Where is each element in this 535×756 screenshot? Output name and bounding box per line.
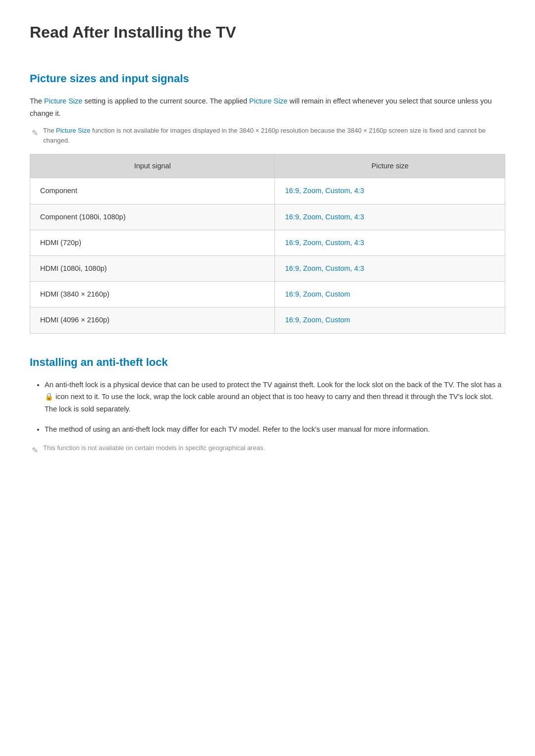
antitheft-bullet-list: An anti-theft lock is a physical device … — [30, 379, 505, 436]
table-cell-signal: HDMI (1080i, 1080p) — [30, 256, 275, 282]
table-cell-signal: HDMI (4096 × 2160p) — [30, 307, 275, 333]
page-title: Read After Installing the TV — [30, 20, 505, 50]
table-cell-size: 16:9, Zoom, Custom, 4:3 — [275, 204, 505, 230]
table-header-signal: Input signal — [30, 154, 275, 178]
table-cell-size: 16:9, Zoom, Custom — [275, 307, 505, 333]
picture-section-title: Picture sizes and input signals — [30, 70, 505, 87]
table-cell-signal: Component — [30, 178, 275, 204]
table-cell-signal: Component (1080i, 1080p) — [30, 204, 275, 230]
antitheft-note-text: This function is not available on certai… — [43, 443, 265, 454]
table-cell-size: 16:9, Zoom, Custom, 4:3 — [275, 178, 505, 204]
picture-section: Picture sizes and input signals The Pict… — [30, 70, 505, 333]
antitheft-note: ✎ This function is not available on cert… — [30, 443, 505, 457]
table-header-row: Input signal Picture size — [30, 154, 505, 178]
list-item: An anti-theft lock is a physical device … — [45, 379, 505, 415]
table-row: Component16:9, Zoom, Custom, 4:3 — [30, 178, 505, 204]
list-item: The method of using an anti-theft lock m… — [45, 423, 505, 436]
note-icon-1: ✎ — [32, 127, 38, 140]
picture-size-link-2: Picture Size — [249, 97, 287, 105]
note-icon-2: ✎ — [32, 444, 38, 457]
table-cell-signal: HDMI (720p) — [30, 230, 275, 255]
input-signal-table: Input signal Picture size Component16:9,… — [30, 154, 505, 333]
table-row: HDMI (720p)16:9, Zoom, Custom, 4:3 — [30, 230, 505, 255]
table-cell-size: 16:9, Zoom, Custom — [275, 282, 505, 307]
table-header-size: Picture size — [275, 154, 505, 178]
picture-size-link-1: Picture Size — [44, 97, 82, 105]
picture-size-link-note: Picture Size — [56, 127, 90, 134]
table-cell-size: 16:9, Zoom, Custom, 4:3 — [275, 256, 505, 282]
note-part2: function is not available for images dis… — [43, 127, 485, 145]
antitheft-section: Installing an anti-theft lock An anti-th… — [30, 353, 505, 457]
table-row: Component (1080i, 1080p)16:9, Zoom, Cust… — [30, 204, 505, 230]
picture-note: ✎ The Picture Size function is not avail… — [30, 126, 505, 147]
table-cell-size: 16:9, Zoom, Custom, 4:3 — [275, 230, 505, 255]
intro-part2: setting is applied to the current source… — [84, 97, 249, 105]
table-row: HDMI (1080i, 1080p)16:9, Zoom, Custom, 4… — [30, 256, 505, 282]
picture-intro-text: The Picture Size setting is applied to t… — [30, 95, 505, 119]
table-row: HDMI (4096 × 2160p)16:9, Zoom, Custom — [30, 307, 505, 333]
antitheft-section-title: Installing an anti-theft lock — [30, 353, 505, 371]
table-row: HDMI (3840 × 2160p)16:9, Zoom, Custom — [30, 282, 505, 307]
table-cell-signal: HDMI (3840 × 2160p) — [30, 282, 275, 307]
picture-note-text: The Picture Size function is not availab… — [43, 126, 505, 147]
